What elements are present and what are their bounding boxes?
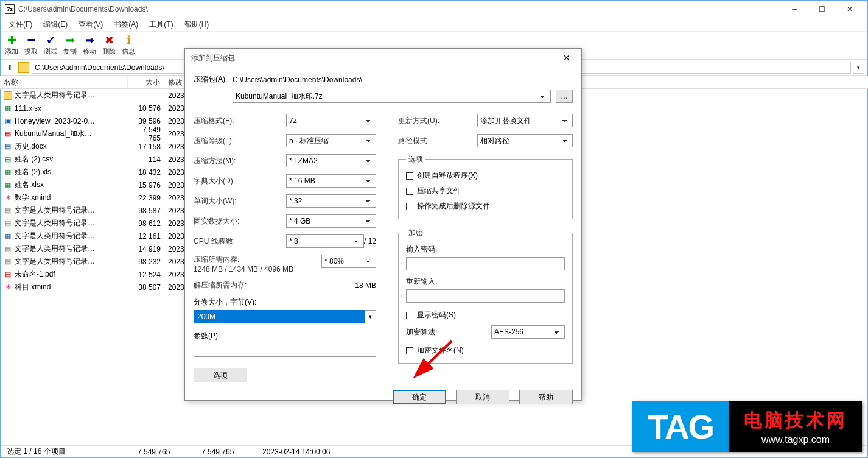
params-input[interactable] — [194, 344, 376, 357]
up-folder-icon[interactable]: ⬆ — [4, 62, 16, 74]
browse-button[interactable]: … — [556, 90, 573, 103]
add-to-archive-dialog: 添加到压缩包 ✕ 压缩包(A) C:\Users\admin\Documents… — [184, 48, 582, 401]
info-icon: ℹ — [122, 34, 135, 46]
file-name: 历史.docx — [15, 141, 47, 152]
enc-method-select[interactable]: AES-256 — [491, 325, 565, 339]
menu-edit[interactable]: 编辑(E) — [38, 18, 72, 31]
file-size: 98 232 — [128, 256, 164, 267]
solid-select[interactable]: * 4 GB — [286, 214, 376, 228]
sfx-checkbox[interactable] — [406, 172, 413, 180]
menu-help[interactable]: 帮助(H) — [180, 18, 214, 31]
menu-view[interactable]: 查看(V) — [74, 18, 108, 31]
plus-icon: ✚ — [5, 34, 18, 46]
params-label: 参数(P): — [194, 331, 220, 340]
word-select[interactable]: * 32 — [286, 194, 376, 208]
test-button[interactable]: ✔测试 — [44, 34, 57, 56]
volume-dropdown[interactable]: ▾ — [365, 310, 376, 323]
file-size: 14 919 — [128, 244, 164, 255]
file-name: 姓名 (2).xls — [15, 167, 51, 177]
file-name: 文字是人类用符号记录… — [15, 205, 95, 216]
help-button[interactable]: 帮助 — [519, 390, 573, 404]
encrypt-fieldset: 加密 输入密码: 重新输入: 显示密码(S) 加密算法:AES-256 加密文件… — [398, 228, 573, 364]
shared-checkbox[interactable] — [406, 188, 413, 195]
check-icon: ✔ — [44, 34, 57, 46]
file-name: 文字是人类用符号记录… — [15, 256, 95, 267]
delete-icon: ✖ — [103, 34, 115, 46]
delete-after-label: 操作完成后删除源文件 — [417, 201, 490, 211]
col-name[interactable]: 名称 — [0, 76, 128, 88]
ok-button[interactable]: 确定 — [393, 390, 446, 404]
dict-select[interactable]: * 16 MB — [286, 174, 376, 188]
format-label: 压缩格式(F): — [194, 116, 286, 126]
close-button[interactable]: ✕ — [836, 1, 863, 18]
archive-label: 压缩包(A) — [194, 74, 228, 85]
dialog-title: 添加到压缩包 — [191, 53, 558, 63]
menu-file[interactable]: 文件(F) — [4, 18, 37, 31]
menu-bookmarks[interactable]: 书签(A) — [109, 18, 143, 31]
shared-label: 压缩共享文件 — [417, 186, 461, 196]
file-name: 数学.xmind — [15, 192, 51, 203]
tag-text: TAG — [648, 407, 713, 446]
options-button[interactable]: 选项 — [194, 368, 247, 382]
level-select[interactable]: 5 - 标准压缩 — [286, 134, 376, 147]
level-label: 压缩等级(L): — [194, 136, 286, 146]
move-button[interactable]: ➡移动 — [83, 34, 96, 56]
status-date: 2023-02-14 14:00:06 — [256, 448, 336, 456]
sfx-label: 创建自释放程序(X) — [417, 171, 478, 181]
password-input[interactable] — [406, 257, 565, 270]
col-size[interactable]: 大小 — [128, 76, 164, 88]
method-select[interactable]: * LZMA2 — [286, 154, 376, 167]
file-name: KubuntuManual_加水… — [15, 129, 92, 139]
cpu-max: / 12 — [364, 237, 376, 245]
enc-names-checkbox[interactable] — [406, 347, 413, 354]
path-dropdown[interactable]: ▾ — [853, 62, 864, 74]
delete-after-checkbox[interactable] — [406, 203, 413, 210]
options-fieldset: 选项 创建自释放程序(X) 压缩共享文件 操作完成后删除源文件 — [398, 154, 573, 219]
dialog-titlebar: 添加到压缩包 ✕ — [185, 49, 581, 67]
delete-button[interactable]: ✖删除 — [102, 34, 116, 56]
pwd-label: 输入密码: — [406, 245, 437, 253]
pathmode-label: 路径模式 — [398, 136, 477, 146]
archive-name-select[interactable]: KubuntuManual_加水印.7z — [233, 90, 551, 103]
maximize-button[interactable]: ☐ — [808, 1, 836, 18]
password-confirm-input[interactable] — [406, 289, 565, 303]
file-name: 文字是人类用符号记录… — [15, 231, 95, 241]
file-size: 114 — [128, 154, 164, 165]
pathmode-select[interactable]: 相对路径 — [477, 134, 573, 147]
window-title: C:\Users\admin\Documents\Downloads\ — [18, 5, 781, 13]
info-button[interactable]: ℹ信息 — [122, 34, 135, 56]
cancel-button[interactable]: 取消 — [456, 390, 509, 404]
encrypt-legend: 加密 — [406, 228, 425, 238]
cpu-label: CPU 线程数: — [194, 236, 286, 247]
volume-input[interactable] — [194, 310, 365, 323]
format-select[interactable]: 7z — [286, 114, 376, 127]
file-name: 姓名.xlsx — [15, 180, 44, 190]
minus-icon: ━ — [25, 34, 37, 46]
tag-url: www.tagxp.com — [761, 434, 830, 445]
file-name: 文字是人类用符号记录… — [15, 244, 95, 254]
dialog-close-button[interactable]: ✕ — [558, 51, 575, 65]
method-label: 压缩方法(M): — [194, 156, 286, 166]
status-size1: 7 549 765 — [131, 448, 195, 456]
menu-tools[interactable]: 工具(T) — [144, 18, 178, 31]
show-pwd-checkbox[interactable] — [406, 312, 413, 319]
status-selection: 选定 1 / 16 个项目 — [1, 446, 131, 457]
tag-logo: TAG 电脑技术网 www.tagxp.com — [632, 401, 862, 452]
file-name: Honeyview_2023-02-0… — [15, 117, 95, 125]
update-select[interactable]: 添加并替换文件 — [477, 114, 573, 127]
minimize-button[interactable]: ─ — [781, 1, 808, 18]
mem-pct-select[interactable]: * 80% — [321, 255, 376, 268]
file-size: 12 524 — [128, 269, 164, 280]
titlebar: 7z C:\Users\admin\Documents\Downloads\ ─… — [0, 0, 868, 18]
file-size: 10 576 — [128, 103, 164, 114]
add-button[interactable]: ✚添加 — [5, 34, 18, 56]
file-size — [128, 94, 164, 97]
pwd2-label: 重新输入: — [406, 277, 437, 286]
file-size: 98 587 — [128, 205, 164, 216]
file-size: 18 432 — [128, 167, 164, 178]
cpu-select[interactable]: * 8 — [286, 234, 364, 248]
file-size: 15 976 — [128, 180, 164, 191]
file-name: 111.xlsx — [15, 104, 41, 113]
copy-button[interactable]: ➡复制 — [63, 34, 77, 56]
extract-button[interactable]: ━提取 — [24, 34, 38, 56]
